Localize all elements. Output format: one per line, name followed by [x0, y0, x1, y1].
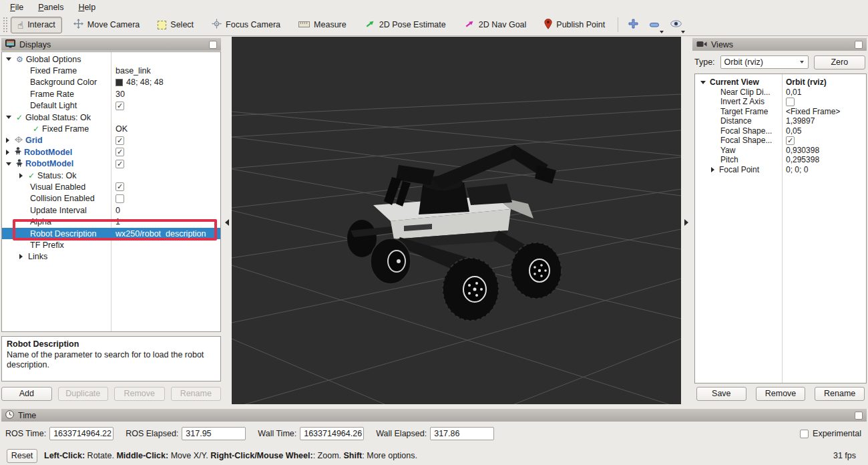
right-splitter[interactable] — [682, 36, 691, 408]
wall-elapsed-input[interactable]: 317.86 — [430, 427, 494, 440]
select-tool-button[interactable]: Select — [151, 17, 200, 33]
nav-goal-tool-button[interactable]: 2D Nav Goal — [457, 15, 533, 35]
property-value[interactable]: base_link — [113, 66, 220, 75]
expander-icon[interactable] — [6, 57, 11, 61]
checkbox[interactable] — [786, 136, 795, 145]
collapse-right-panel-button[interactable] — [684, 219, 688, 226]
time-titlebar[interactable]: Time — [1, 409, 867, 422]
collapse-left-panel-button[interactable] — [225, 219, 229, 226]
menu-panels[interactable]: Panels — [31, 1, 71, 13]
rename-button[interactable]: Rename — [171, 387, 222, 401]
left-splitter[interactable] — [222, 36, 232, 408]
property-value[interactable]: 0,295398 — [783, 155, 866, 164]
tree-row-target-frame[interactable]: Target Frame <Fixed Frame> — [695, 107, 866, 117]
property-value[interactable]: 0,05 — [783, 126, 866, 136]
tree-row-default-light[interactable]: Default Light — [2, 100, 220, 112]
tree-row-robotmodel-2[interactable]: RobotModel — [2, 158, 220, 170]
tree-row-alpha[interactable]: Alpha 1 — [2, 216, 220, 227]
reset-button[interactable]: Reset — [7, 449, 37, 463]
remove-tool-button[interactable] — [646, 16, 663, 33]
tool-visibility-button[interactable] — [667, 16, 684, 33]
tree-row-distance[interactable]: Distance 1,39897 — [695, 116, 866, 126]
3d-viewport[interactable] — [232, 37, 681, 404]
property-value[interactable]: <Fixed Frame> — [783, 107, 866, 116]
wall-time-input[interactable]: 1633714964.26 — [300, 427, 364, 440]
property-value[interactable]: 0,01 — [783, 88, 866, 97]
add-tool-button[interactable] — [624, 16, 642, 33]
checkbox[interactable] — [116, 136, 124, 145]
expander-icon[interactable] — [6, 138, 9, 143]
remove-view-button[interactable]: Remove — [756, 387, 806, 401]
menu-file[interactable]: File — [3, 1, 31, 13]
tree-row-global-status[interactable]: ✓Global Status: Ok — [2, 112, 220, 123]
experimental-checkbox[interactable] — [800, 430, 809, 438]
property-value[interactable]: 0; 0; 0 — [783, 165, 866, 174]
tree-row-yaw[interactable]: Yaw 0,930398 — [695, 146, 866, 156]
pose-estimate-tool-button[interactable]: 2D Pose Estimate — [358, 15, 453, 35]
property-value[interactable]: 30 — [113, 90, 220, 99]
property-value[interactable]: 48; 48; 48 — [126, 78, 164, 87]
tree-column-divider[interactable] — [782, 74, 783, 383]
tree-row-status-ok[interactable]: ✓Status: Ok — [2, 170, 220, 181]
toolbar-drag-handle[interactable] — [3, 17, 8, 33]
expander-icon[interactable] — [711, 167, 714, 172]
ros-time-input[interactable]: 1633714964.22 — [49, 427, 114, 440]
checkbox[interactable] — [116, 194, 124, 203]
expander-icon[interactable] — [6, 162, 11, 166]
add-button[interactable]: Add — [1, 387, 52, 401]
tree-row-grid[interactable]: Grid — [2, 135, 220, 146]
zero-button[interactable]: Zero — [814, 55, 865, 69]
tree-row-pitch[interactable]: Pitch 0,295398 — [695, 155, 866, 165]
property-value[interactable]: 1,39897 — [783, 116, 866, 126]
checkbox[interactable] — [786, 98, 795, 106]
tree-row-near-clip[interactable]: Near Clip Di... 0,01 — [695, 88, 866, 98]
views-titlebar[interactable]: Views — [692, 38, 867, 51]
tree-row-focal-shape-size[interactable]: Focal Shape... 0,05 — [695, 126, 866, 136]
expander-icon[interactable] — [700, 81, 706, 84]
float-button[interactable] — [209, 41, 217, 49]
checkbox[interactable] — [116, 160, 124, 168]
tree-row-fixed-frame-status[interactable]: ✓Fixed Frame OK — [2, 123, 220, 134]
tree-row-tf-prefix[interactable]: TF Prefix — [2, 239, 220, 251]
interact-tool-button[interactable]: ☝ Interact — [11, 17, 62, 33]
tree-row-collision-enabled[interactable]: Collision Enabled — [2, 193, 220, 204]
tree-row-invert-z[interactable]: Invert Z Axis — [695, 97, 866, 107]
tree-row-robotmodel-1[interactable]: RobotModel — [2, 146, 220, 158]
checkbox[interactable] — [116, 102, 124, 110]
property-value[interactable]: 0 — [113, 206, 220, 215]
publish-point-tool-button[interactable]: Publish Point — [537, 15, 612, 35]
tree-row-links[interactable]: Links — [2, 251, 220, 263]
checkbox[interactable] — [116, 182, 124, 191]
tree-row-visual-enabled[interactable]: Visual Enabled — [2, 181, 220, 192]
tree-row-robot-description[interactable]: Robot Description wx250/robot_descriptio… — [2, 228, 220, 239]
move-camera-tool-button[interactable]: Move Camera — [67, 15, 147, 34]
expander-icon[interactable] — [19, 173, 23, 178]
menu-help[interactable]: Help — [71, 1, 103, 13]
duplicate-button[interactable]: Duplicate — [58, 387, 109, 401]
focus-camera-tool-button[interactable]: Focus Camera — [205, 15, 287, 34]
float-button[interactable] — [855, 41, 863, 49]
expander-icon[interactable] — [6, 116, 11, 119]
ros-elapsed-input[interactable]: 317.95 — [182, 427, 246, 440]
view-type-select[interactable]: Orbit (rviz) — [720, 55, 809, 69]
tree-row-fixed-frame[interactable]: Fixed Frame base_link — [2, 65, 220, 76]
expander-icon[interactable] — [19, 254, 23, 259]
measure-tool-button[interactable]: Measure — [292, 17, 353, 33]
rename-view-button[interactable]: Rename — [815, 387, 865, 401]
tree-row-background-color[interactable]: Background Color 48; 48; 48 — [2, 77, 220, 88]
tree-row-current-view[interactable]: Current View Orbit (rviz) — [695, 78, 866, 88]
save-button[interactable]: Save — [696, 387, 746, 401]
displays-titlebar[interactable]: Displays — [1, 38, 221, 51]
expander-icon[interactable] — [6, 150, 9, 155]
property-value[interactable]: 0,930398 — [783, 146, 866, 155]
tree-row-frame-rate[interactable]: Frame Rate 30 — [2, 88, 220, 100]
remove-button[interactable]: Remove — [114, 387, 165, 401]
property-value[interactable]: wx250/robot_description — [113, 229, 220, 239]
tree-row-global-options[interactable]: ⚙Global Options — [2, 53, 220, 65]
float-button[interactable] — [855, 412, 863, 420]
checkbox[interactable] — [116, 148, 124, 156]
tree-row-update-interval[interactable]: Update Interval 0 — [2, 204, 220, 216]
tree-row-focal-point[interactable]: Focal Point 0; 0; 0 — [695, 165, 866, 175]
property-value[interactable]: 1 — [113, 217, 220, 226]
tree-row-focal-shape-fixed[interactable]: Focal Shape... — [695, 136, 866, 146]
